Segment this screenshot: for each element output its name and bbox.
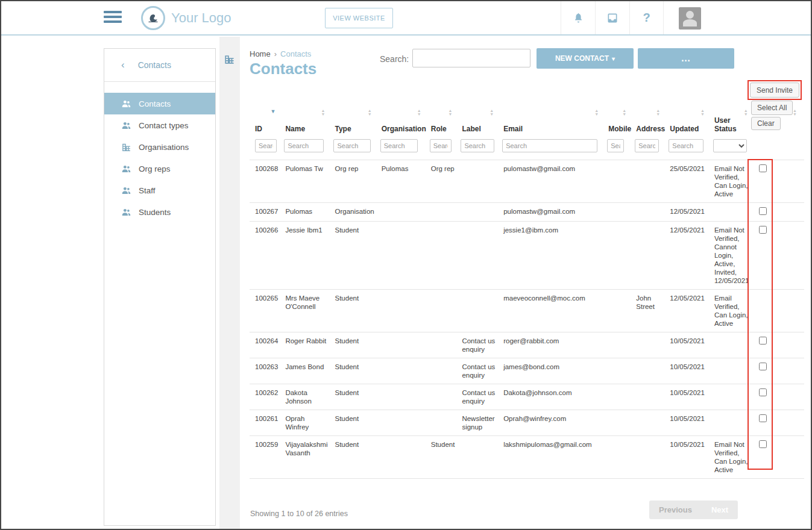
- sidebar-item-contact-types[interactable]: Contact types: [104, 114, 215, 136]
- cell-email: roger@rabbit.com: [501, 332, 606, 358]
- breadcrumb-separator-icon: ›: [274, 49, 277, 58]
- cell-role: [429, 384, 460, 410]
- cell-name: Pulomas: [283, 203, 332, 222]
- row-select-checkbox[interactable]: [759, 363, 767, 370]
- filter-input-type[interactable]: [333, 139, 371, 152]
- chevron-left-icon[interactable]: ‹: [121, 59, 125, 71]
- inbox-button[interactable]: [595, 1, 629, 34]
- column-header-address[interactable]: Address: [634, 116, 667, 138]
- sidebar-item-contacts[interactable]: Contacts: [104, 93, 215, 114]
- filter-input-mobile[interactable]: [607, 139, 624, 152]
- cell-select: [755, 358, 804, 384]
- row-select-checkbox[interactable]: [759, 164, 767, 172]
- menu-icon[interactable]: [104, 11, 122, 25]
- ellipsis-icon: …: [681, 53, 691, 63]
- row-select-checkbox[interactable]: [759, 337, 767, 344]
- cell-address: [634, 160, 667, 203]
- filter-input-label[interactable]: [461, 139, 494, 152]
- column-header-organisation[interactable]: Organisation: [379, 116, 429, 138]
- cell-id: 100261: [250, 410, 283, 436]
- column-header-email[interactable]: Email: [501, 116, 606, 138]
- pagination: Previous Next: [649, 500, 738, 519]
- sidebar-header[interactable]: ‹ Contacts: [104, 49, 215, 82]
- column-header-name[interactable]: Name: [283, 116, 332, 138]
- cell-type: Student: [332, 384, 379, 410]
- previous-button[interactable]: Previous: [649, 500, 702, 519]
- sort-toggle-icon[interactable]: ▲▼: [700, 109, 705, 116]
- bell-icon: [573, 12, 584, 23]
- cell-mobile: [606, 290, 634, 332]
- sidebar-item-staff[interactable]: Staff: [104, 179, 215, 201]
- sidebar-title: Contacts: [138, 60, 171, 70]
- cell-mobile: [606, 410, 634, 436]
- cell-label: [459, 290, 501, 332]
- sort-toggle-icon[interactable]: ▲▼: [448, 109, 452, 116]
- more-actions-button[interactable]: …: [638, 48, 734, 69]
- view-website-button[interactable]: VIEW WEBSITE: [325, 8, 393, 28]
- sidebar-item-students[interactable]: Students: [104, 201, 215, 223]
- send-invite-highlight-box: Send Invite: [747, 80, 802, 100]
- cell-label: [459, 222, 501, 290]
- sort-toggle-icon[interactable]: ▲▼: [594, 109, 599, 116]
- column-header-label[interactable]: Label: [459, 116, 501, 138]
- table-body: 100268Pulomas TwOrg repPulomasOrg reppul…: [250, 160, 804, 479]
- cell-address: [634, 332, 667, 358]
- column-header-mobile[interactable]: Mobile: [606, 116, 634, 138]
- people-icon: [121, 99, 131, 109]
- next-button[interactable]: Next: [702, 500, 738, 519]
- filter-select-user-status[interactable]: [713, 139, 747, 152]
- sidebar-item-org-reps[interactable]: Org reps: [104, 158, 215, 179]
- help-button[interactable]: ?: [629, 1, 664, 34]
- row-select-checkbox[interactable]: [759, 414, 767, 422]
- logo[interactable]: Your Logo: [141, 6, 231, 30]
- sort-toggle-icon[interactable]: ▲▼: [656, 109, 660, 116]
- column-header-type[interactable]: Type: [332, 116, 379, 138]
- table-filter-row: [250, 138, 804, 160]
- row-select-checkbox[interactable]: [759, 440, 767, 448]
- row-select-checkbox[interactable]: [759, 226, 767, 234]
- table-row: 100266Jessie Ibm1Studentjessie1@ibm.com1…: [250, 222, 804, 290]
- sidebar-item-label: Contacts: [139, 99, 171, 108]
- topbar-icon-group: ?: [561, 1, 664, 34]
- new-contact-button[interactable]: NEW CONTACT▾: [537, 48, 634, 69]
- sort-toggle-icon[interactable]: ▲▼: [744, 109, 748, 116]
- table-row: 100261Oprah WinfreyStudentNewsletter sig…: [250, 410, 804, 436]
- send-invite-button[interactable]: Send Invite: [750, 83, 799, 98]
- cell-name: Oprah Winfrey: [283, 410, 332, 436]
- filter-input-id[interactable]: [255, 139, 277, 152]
- column-header-id[interactable]: ID: [250, 116, 283, 138]
- cell-role: [429, 290, 460, 332]
- column-header-user_status[interactable]: User Status: [712, 116, 755, 138]
- sidebar-item-organisations[interactable]: Organisations: [104, 136, 215, 158]
- organisation-strip-icon[interactable]: [224, 54, 236, 67]
- row-select-checkbox[interactable]: [759, 388, 767, 396]
- column-header-role[interactable]: Role: [429, 116, 460, 138]
- sort-toggle-icon[interactable]: ▲▼: [793, 109, 797, 116]
- row-select-checkbox[interactable]: [759, 207, 767, 215]
- cell-updated: 10/05/2021: [667, 436, 712, 479]
- filter-input-address[interactable]: [635, 139, 659, 152]
- filter-input-name[interactable]: [284, 139, 324, 152]
- cell-organisation: [379, 410, 429, 436]
- cell-updated: 10/05/2021: [667, 384, 712, 410]
- filter-input-role[interactable]: [430, 139, 452, 152]
- sort-toggle-icon[interactable]: ▲▼: [489, 109, 494, 116]
- cell-select: [755, 436, 804, 479]
- filter-input-organisation[interactable]: [380, 139, 418, 152]
- cell-user_status: [712, 358, 755, 384]
- filter-input-email[interactable]: [502, 139, 597, 152]
- filter-input-updated[interactable]: [669, 139, 703, 152]
- search-label: Search:: [380, 54, 409, 64]
- notifications-button[interactable]: [561, 1, 595, 34]
- sort-toggle-icon[interactable]: ▲▼: [368, 109, 372, 116]
- cell-select: [755, 332, 804, 358]
- column-header-updated[interactable]: Updated: [667, 116, 712, 138]
- cell-organisation: [379, 332, 429, 358]
- sort-toggle-icon[interactable]: ▲▼: [321, 109, 326, 116]
- search-input[interactable]: [412, 49, 530, 67]
- breadcrumb-home[interactable]: Home: [250, 49, 271, 58]
- sort-toggle-icon[interactable]: ▲▼: [417, 109, 421, 116]
- avatar[interactable]: [679, 7, 701, 30]
- sort-active-desc-icon[interactable]: ▼: [270, 108, 275, 114]
- sort-toggle-icon[interactable]: ▲▼: [622, 109, 626, 116]
